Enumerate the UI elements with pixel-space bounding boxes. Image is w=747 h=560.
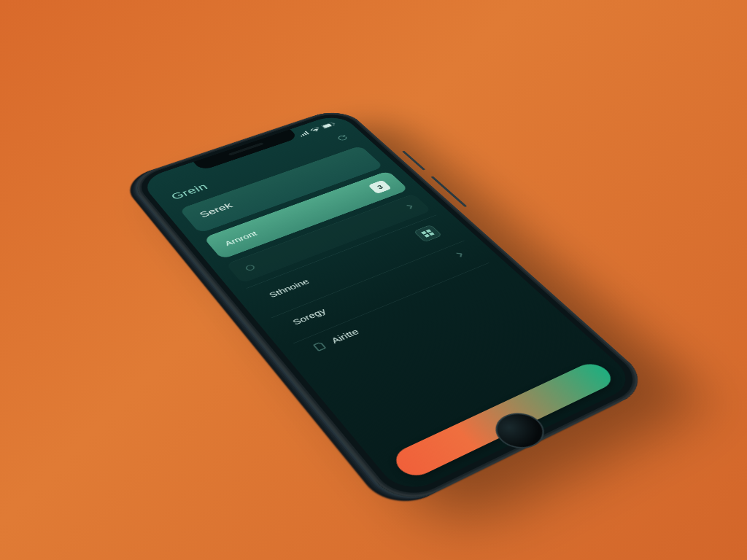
document-icon: [313, 341, 328, 351]
highlight-card-label: Arnront: [222, 230, 259, 247]
refresh-icon[interactable]: [335, 133, 352, 144]
primary-card-title: Serek: [198, 201, 235, 219]
list-item-label: Soregy: [290, 306, 328, 326]
list-item-label: Airitte: [329, 327, 361, 345]
battery-icon: [321, 122, 336, 129]
signal-icon: [298, 131, 310, 137]
svg-rect-1: [322, 123, 332, 128]
list-item-label: Sthnoine: [267, 277, 311, 299]
volume-up-button: [402, 154, 425, 174]
highlight-card-badge: 3: [368, 180, 392, 194]
chevron-right-icon: [454, 251, 465, 260]
svg-point-3: [245, 265, 255, 271]
grid-icon: [414, 225, 443, 242]
phone-mockup: Grein Serek Arnront 3: [126, 106, 654, 510]
screen: Grein Serek Arnront 3: [139, 113, 638, 497]
wifi-icon: [309, 127, 321, 133]
circle-icon: [244, 263, 258, 272]
phone-frame: Grein Serek Arnront 3: [126, 106, 654, 510]
chevron-right-icon: [404, 203, 415, 211]
